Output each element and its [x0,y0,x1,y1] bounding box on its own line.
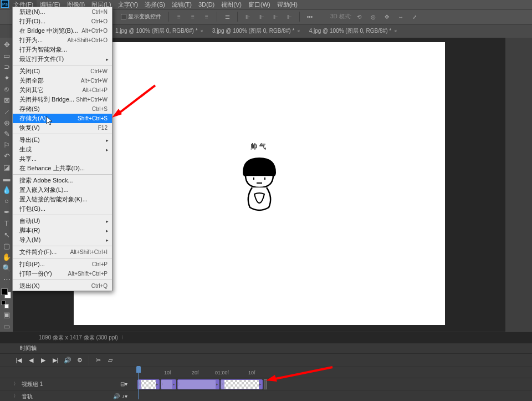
lasso-tool-icon[interactable]: ⊃ [0,61,13,72]
quickmask-icon[interactable]: ▣ [0,309,13,321]
heal-tool-icon[interactable]: ⊕ [0,117,13,128]
menu-item[interactable]: 导出(E)▸ [13,135,112,145]
menubar-3d[interactable]: 3D(D) [195,1,218,8]
menu-item[interactable]: 自动(U)▸ [13,216,112,226]
play-icon[interactable]: ▶ [38,356,49,366]
menubar-view[interactable]: 视图(V) [218,0,245,9]
gradient-tool-icon[interactable]: ▬ [0,173,13,184]
align-center-icon[interactable]: ≡ [187,11,199,23]
menubar-select[interactable]: 选择(S) [141,0,168,9]
transition-icon[interactable]: ▱ [105,356,116,366]
align-right-icon[interactable]: ≡ [201,11,213,23]
3d-pan-icon[interactable]: ✥ [381,11,393,23]
menu-item[interactable]: 打印一份(Y)Alt+Shift+Ctrl+P [13,269,112,278]
edit-toolbar-icon[interactable]: ⋯ [0,274,13,285]
blur-tool-icon[interactable]: 💧 [0,184,13,195]
crop-tool-icon[interactable]: ⎋ [0,84,13,95]
document-tab[interactable]: 3.jpg @ 100% (图层 0, RGB/8#) * × [208,26,305,37]
wand-tool-icon[interactable]: ✦ [0,73,13,84]
menu-item[interactable]: 打开(O)...Ctrl+O [13,17,112,26]
3d-scale-icon[interactable]: ⤢ [408,11,421,23]
next-frame-icon[interactable]: ▶| [50,356,61,366]
distribute-v-icon[interactable]: ⊩ [255,11,268,23]
close-icon[interactable]: × [201,28,203,34]
distribute-h-icon[interactable]: ⊪ [242,11,254,23]
menu-item[interactable]: 关闭其它Alt+Ctrl+P [13,85,112,95]
menu-item[interactable]: 关闭并转到 Bridge...Shift+Ctrl+W [13,95,112,104]
shape-tool-icon[interactable]: ▢ [0,240,13,251]
video-track-row[interactable]: 〉 视频组 1 ⊟▾ 〉 ▸ 〉 ▸ 〉 ▸ 〉 [0,378,532,390]
screenmode-icon[interactable]: ▭ [0,321,13,332]
work-area-end[interactable] [264,379,267,389]
move-tool-icon[interactable]: ✥ [0,39,13,50]
distribute-icon[interactable]: ⊩ [269,11,282,23]
canvas[interactable]: 帅气 [74,42,445,325]
menu-item[interactable]: 最近打开文件(T)▸ [13,54,112,64]
menu-item[interactable]: 打开为智能对象... [13,45,112,54]
dodge-tool-icon[interactable]: ○ [0,195,13,206]
align-top-icon[interactable]: ☰ [221,11,233,23]
document-tab[interactable]: 4.jpg @ 100% (图层 0, RGB/8#) * × [305,26,402,37]
menu-item[interactable]: 文件简介(F)...Alt+Shift+Ctrl+I [13,247,112,257]
align-left-icon[interactable]: ≡ [173,11,185,23]
menubar-window[interactable]: 窗口(W) [245,0,274,9]
menu-item[interactable]: 关闭全部Alt+Ctrl+W [13,76,112,85]
clip[interactable]: 〉 ▸ [161,379,176,389]
3d-roll-icon[interactable]: ◎ [367,11,379,23]
menu-item[interactable]: 关闭(C)Ctrl+W [13,67,112,76]
music-note-icon[interactable]: ♪▾ [122,393,127,399]
menu-item[interactable]: 存储为(A)...Shift+Ctrl+S [13,114,112,123]
eyedropper-tool-icon[interactable]: ⟋ [0,106,13,117]
menu-item[interactable]: 在 Bridge 中浏览(B)...Alt+Ctrl+O [13,26,112,35]
menubar-filter[interactable]: 滤镜(T) [168,0,195,9]
chevron-right-icon[interactable]: 〉 [13,380,18,388]
menu-item[interactable]: 退出(X)Ctrl+Q [13,281,112,291]
menu-item[interactable]: 置入链接的智能对象(K)... [13,195,112,204]
frame-tool-icon[interactable]: ⊠ [0,95,13,106]
3d-slide-icon[interactable]: ↔ [395,11,407,23]
zoom-tool-icon[interactable]: 🔍 [0,262,13,273]
audio-icon[interactable]: 🔊 [62,356,73,366]
timeline-ruler[interactable]: 10f 20f 01:00f 10f [0,367,532,378]
prev-frame-icon[interactable]: ◀ [25,356,37,366]
distribute-more-icon[interactable]: ⊩ [283,11,295,23]
goto-first-icon[interactable]: |◀ [13,356,24,366]
show-transform-checkbox[interactable]: 显示变换控件 [121,13,161,21]
menubar-type[interactable]: 文字(Y) [115,0,142,9]
menu-item[interactable]: 新建(N)...Ctrl+N [13,7,112,17]
clip[interactable]: 〉 ▸ [221,379,263,389]
menu-item[interactable]: 导入(M)▸ [13,235,112,245]
menu-item[interactable]: 置入嵌入对象(L)... [13,185,112,195]
split-icon[interactable]: ✂ [93,356,104,366]
menu-item[interactable]: 打开为...Alt+Shift+Ctrl+O [13,35,112,45]
eraser-tool-icon[interactable]: ◪ [0,162,13,173]
menu-item[interactable]: 脚本(R)▸ [13,226,112,235]
audio-icon[interactable]: 🔊 [113,393,120,399]
more-icon[interactable]: ••• [304,11,316,23]
close-icon[interactable]: × [297,28,300,34]
path-tool-icon[interactable]: ↖ [0,229,13,240]
document-tab[interactable]: 1.jpg @ 100% (图层 0, RGB/8#) * × [111,26,208,37]
timeline-tab[interactable]: 时间轴 [16,343,41,353]
marquee-tool-icon[interactable]: ▭ [0,50,13,61]
menu-item[interactable]: 在 Behance 上共享(D)... [13,164,112,173]
pen-tool-icon[interactable]: ✒ [0,207,13,218]
close-icon[interactable]: × [394,28,397,34]
brush-tool-icon[interactable]: ✎ [0,128,13,139]
filmstrip-icon[interactable]: ⊟▾ [120,381,127,387]
menu-item[interactable]: 生成▸ [13,145,112,154]
right-panel-collapsed[interactable] [505,38,532,332]
audio-track-row[interactable]: 〉 音轨 🔊 ♪▾ [0,390,532,401]
stamp-tool-icon[interactable]: ⚐ [0,140,13,151]
3d-rotate-icon[interactable]: ⟲ [353,11,365,23]
clip[interactable]: 〉 ▸ [137,379,160,389]
hand-tool-icon[interactable]: ✋ [0,251,13,262]
chevron-right-icon[interactable]: 〉 [13,393,18,400]
playhead[interactable] [136,366,141,373]
menu-item[interactable]: 恢复(V)F12 [13,123,112,133]
menu-item[interactable]: 搜索 Adobe Stock... [13,176,112,185]
menu-item[interactable]: 共享... [13,154,112,164]
menubar-help[interactable]: 帮助(H) [274,0,301,9]
menu-item[interactable]: 打印(P)...Ctrl+P [13,260,112,269]
settings-icon[interactable]: ⚙ [74,356,85,366]
